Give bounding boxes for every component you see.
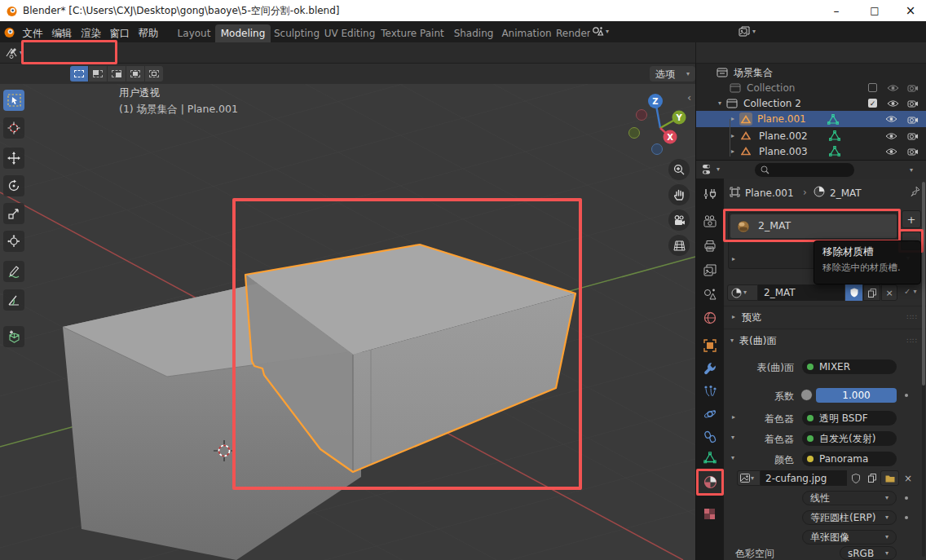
render-camera-icon[interactable]: [907, 131, 919, 140]
select-box-tool[interactable]: [3, 90, 24, 111]
tab-modeling[interactable]: Modeling: [215, 24, 271, 42]
render-camera-icon[interactable]: [907, 99, 919, 108]
axis-neg-y-ball[interactable]: [629, 128, 640, 139]
maximize-button[interactable]: □: [858, 0, 891, 21]
tab-uv-editing[interactable]: UV Editing: [323, 24, 377, 42]
hide-eye-icon[interactable]: [885, 115, 897, 123]
projection-dropdown[interactable]: 等距圆柱(ERP) ▾: [802, 510, 897, 525]
breadcrumb-object[interactable]: Plane.001: [745, 188, 794, 198]
material-name-field[interactable]: 2_MAT: [758, 284, 844, 301]
close-button[interactable]: ×: [895, 0, 926, 21]
colorspace-dropdown[interactable]: sRGB ▾: [840, 546, 897, 560]
add-material-slot-button[interactable]: +: [902, 210, 921, 228]
move-tool[interactable]: [3, 148, 24, 169]
animate-decorator-dot[interactable]: [905, 496, 908, 500]
sidebar-collapse-icon[interactable]: ‹: [687, 91, 691, 104]
tab-material-icon[interactable]: [703, 475, 717, 489]
material-slot-active[interactable]: 2_MAT: [730, 214, 897, 238]
select-mode-invert-icon[interactable]: [126, 66, 144, 82]
unlink-image-icon[interactable]: ×: [901, 470, 915, 486]
factor-slider[interactable]: 1.000: [816, 388, 897, 403]
ortho-grid-icon[interactable]: [668, 235, 690, 256]
hide-eye-icon[interactable]: [887, 84, 899, 92]
tab-tool-icon[interactable]: [703, 187, 717, 201]
minimize-button[interactable]: –: [820, 0, 853, 21]
hide-eye-icon[interactable]: [887, 99, 899, 108]
panel-grip-icon[interactable]: ∷∷: [907, 337, 918, 345]
annotate-tool[interactable]: [3, 261, 24, 282]
animate-decorator-dot[interactable]: [905, 394, 908, 397]
tab-constraints-icon[interactable]: [703, 430, 717, 443]
outliner-row-plane-003[interactable]: ▸ Plane.003: [696, 143, 926, 159]
select-mode-intersect-icon[interactable]: [145, 66, 163, 82]
tab-world-icon[interactable]: [703, 311, 717, 324]
render-camera-icon[interactable]: [907, 83, 919, 92]
exclude-checkbox[interactable]: [868, 83, 877, 92]
shader2-node-selector[interactable]: 自发光(发射): [802, 431, 897, 446]
tab-animation[interactable]: Animation: [500, 24, 553, 42]
animate-decorator-dot[interactable]: [905, 516, 908, 519]
pan-view-hand-icon[interactable]: [668, 184, 690, 205]
tab-particles-icon[interactable]: [703, 385, 717, 398]
editor-type-icon[interactable]: ▾: [5, 46, 23, 60]
view-layer-type-icon[interactable]: ▾: [739, 25, 756, 37]
render-camera-icon[interactable]: [907, 147, 919, 156]
tab-scene-icon[interactable]: [703, 288, 717, 300]
panel-preview-header[interactable]: ▸ 预览 ∷∷: [724, 306, 926, 327]
menu-help[interactable]: 帮助: [135, 27, 161, 41]
open-image-folder-icon[interactable]: [880, 470, 899, 486]
select-mode-extend-icon[interactable]: [89, 66, 107, 82]
image-fake-user-shield-icon[interactable]: [849, 470, 863, 486]
browse-material-icon[interactable]: ▾: [727, 284, 758, 301]
slot-list-expand-icon[interactable]: ▸: [732, 256, 735, 262]
tab-physics-icon[interactable]: [703, 408, 717, 421]
tab-sculpting[interactable]: Sculpting: [272, 24, 321, 42]
camera-view-icon[interactable]: [668, 209, 690, 231]
axis-neg-x-ball[interactable]: [637, 110, 647, 121]
source-dropdown[interactable]: 单张图像 ▾: [802, 530, 897, 545]
hide-eye-icon[interactable]: [885, 132, 897, 140]
axis-x-ball[interactable]: X: [664, 130, 677, 144]
outliner-row-collection[interactable]: Collection: [696, 80, 926, 95]
tab-view-layer-icon[interactable]: [703, 264, 717, 276]
axis-neg-z-ball[interactable]: [652, 144, 663, 155]
tab-object-icon[interactable]: [703, 339, 717, 352]
properties-search-input[interactable]: [755, 163, 854, 177]
pin-id-icon[interactable]: [910, 186, 920, 196]
add-cube-tool[interactable]: [3, 326, 24, 347]
properties-scrollbar[interactable]: [922, 182, 925, 557]
panel-surface-header[interactable]: ▾ 表(曲)面 ∷∷: [724, 330, 926, 351]
tab-texture-icon[interactable]: [703, 508, 716, 520]
disclosure-closed-icon[interactable]: ▸: [731, 148, 734, 155]
shader1-node-selector[interactable]: 透明 BSDF: [802, 411, 897, 426]
menu-file[interactable]: 文件: [20, 27, 46, 41]
scene-type-icon[interactable]: ▾: [592, 25, 609, 37]
axis-y-ball[interactable]: Y: [672, 111, 686, 125]
tab-shading[interactable]: Shading: [450, 24, 497, 42]
outliner-row-plane-002[interactable]: ▸ Plane.002: [696, 128, 926, 143]
outliner-row-collection-2[interactable]: ▾ Collection 2 ✓: [696, 95, 926, 111]
image-name-field[interactable]: 2-cufang.jpg: [761, 470, 847, 486]
scale-tool[interactable]: [3, 203, 24, 224]
browse-image-icon[interactable]: ▾: [737, 470, 761, 486]
outliner-row-scene-collection[interactable]: 场景集合: [696, 65, 926, 80]
navigation-gizmo[interactable]: Z Y X: [613, 85, 695, 163]
fake-user-shield-icon[interactable]: [845, 284, 862, 301]
tab-texture-paint[interactable]: Texture Paint: [378, 24, 447, 42]
properties-options-chevron-icon[interactable]: ▾: [910, 167, 913, 174]
surface-node-selector[interactable]: MIXER: [802, 359, 897, 374]
select-mode-new-icon[interactable]: [70, 66, 88, 82]
select-mode-subtract-icon[interactable]: [108, 66, 126, 82]
menu-window[interactable]: 窗口: [107, 27, 133, 41]
options-dropdown[interactable]: 选项 ▾: [650, 66, 695, 82]
hide-eye-icon[interactable]: [885, 148, 897, 156]
menu-render[interactable]: 渲染: [78, 27, 104, 41]
axis-z-ball[interactable]: Z: [648, 94, 663, 108]
scrollbar-thumb[interactable]: [922, 182, 925, 386]
rotate-tool[interactable]: [3, 175, 24, 196]
disclosure-closed-icon[interactable]: ▸: [731, 133, 734, 139]
measure-tool[interactable]: [3, 289, 24, 311]
nodes-toggle[interactable]: ✓ ▾: [904, 287, 916, 296]
color-node-selector[interactable]: Panorama: [802, 452, 897, 466]
interpolation-dropdown[interactable]: 线性 ▾: [802, 491, 897, 505]
